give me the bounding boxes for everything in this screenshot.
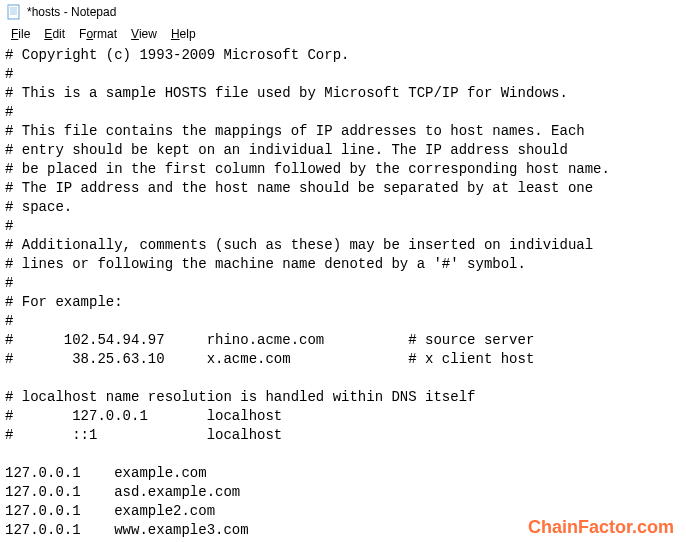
menu-edit[interactable]: Edit	[37, 26, 72, 42]
notepad-icon	[6, 4, 22, 20]
menu-help[interactable]: Help	[164, 26, 203, 42]
window-title: *hosts - Notepad	[27, 5, 116, 19]
menu-format[interactable]: Format	[72, 26, 124, 42]
menu-view[interactable]: View	[124, 26, 164, 42]
window-titlebar: *hosts - Notepad	[0, 0, 686, 24]
menubar: File Edit Format View Help	[0, 24, 686, 44]
text-editor[interactable]: # Copyright (c) 1993-2009 Microsoft Corp…	[0, 44, 686, 542]
menu-file[interactable]: File	[4, 26, 37, 42]
